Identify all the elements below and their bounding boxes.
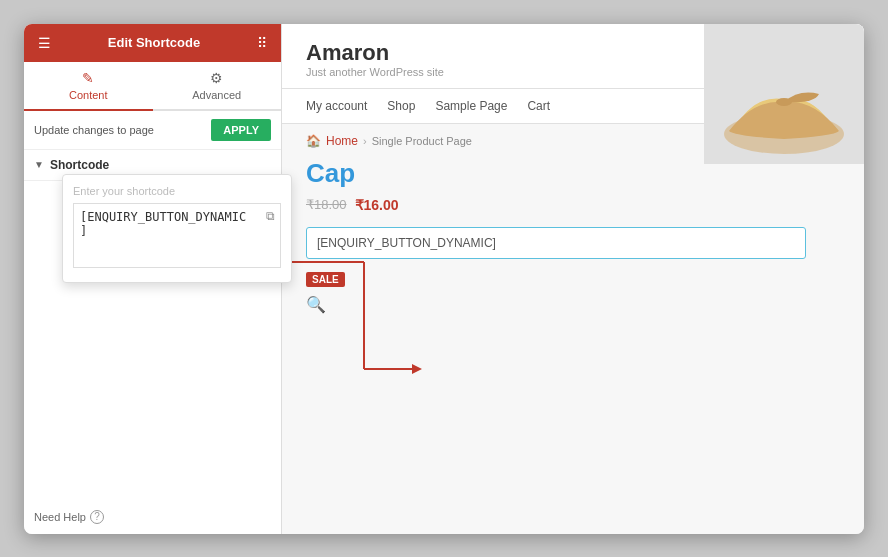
right-content: Amaron Just another WordPress site My ac… [282,24,864,534]
shortcode-product-box: [ENQUIRY_BUTTON_DYNAMIC] [306,227,806,259]
gear-icon: ⚙ [210,70,223,86]
breadcrumb-home-icon: 🏠 [306,134,321,148]
price-new: ₹16.00 [355,197,399,213]
sale-badge: SALE [306,272,345,287]
nav-shop[interactable]: Shop [387,99,415,113]
shortcode-section-label: Shortcode [50,158,109,172]
tab-advanced[interactable]: ⚙ Advanced [153,62,282,109]
nav-my-account[interactable]: My account [306,99,367,113]
need-help[interactable]: Need Help ? [24,500,281,534]
price-old: ₹18.00 [306,197,347,212]
popup-label: Enter your shortcode [73,185,281,197]
tab-advanced-label: Advanced [192,89,241,101]
product-area: Cap ₹18.00 ₹16.00 [ENQUIRY_BUTTON_DYNAMI… [282,158,864,314]
panel-title: Edit Shortcode [108,35,200,50]
magnify-icon[interactable]: 🔍 [306,296,326,313]
svg-point-1 [776,98,792,106]
panel-header: ☰ Edit Shortcode ⠿ [24,24,281,62]
breadcrumb-current: Single Product Page [372,135,472,147]
popup-textarea[interactable] [73,203,281,268]
main-screen: ☰ Edit Shortcode ⠿ ✎ Content ⚙ Advanced … [24,24,864,534]
apply-button[interactable]: APPLY [211,119,271,141]
breadcrumb-home-link[interactable]: Home [326,134,358,148]
update-bar: Update changes to page APPLY [24,111,281,150]
grid-icon[interactable]: ⠿ [257,35,267,51]
panel-tabs: ✎ Content ⚙ Advanced [24,62,281,111]
tab-content-label: Content [69,89,108,101]
chevron-down-icon: ▼ [34,159,44,170]
product-image [704,24,864,164]
nav-sample-page[interactable]: Sample Page [435,99,507,113]
update-label: Update changes to page [34,124,203,136]
shortcode-popup: Enter your shortcode ⧉ [62,174,292,283]
copy-icon[interactable]: ⧉ [266,209,275,223]
popup-textarea-wrapper: ⧉ [73,203,281,272]
help-icon: ? [90,510,104,524]
nav-cart[interactable]: Cart [527,99,550,113]
product-prices: ₹18.00 ₹16.00 [306,197,840,213]
pencil-icon: ✎ [82,70,94,86]
hamburger-icon[interactable]: ☰ [38,35,51,51]
breadcrumb-separator: › [363,135,367,147]
tab-content[interactable]: ✎ Content [24,62,153,111]
need-help-label: Need Help [34,511,86,523]
